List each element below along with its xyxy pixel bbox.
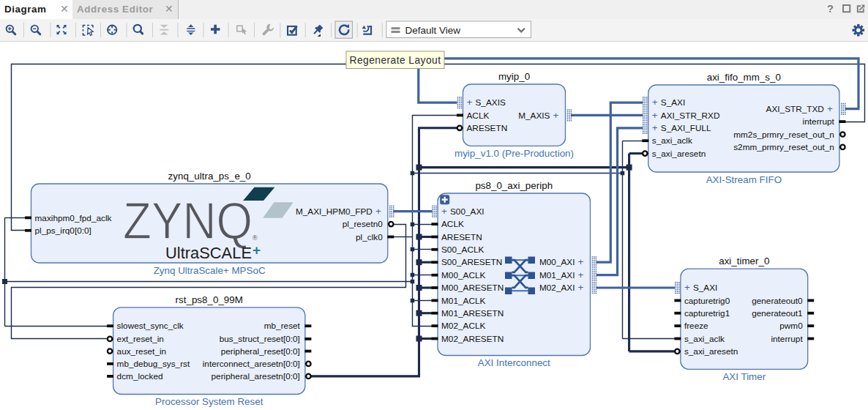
svg-text:s_axi_aresetn: s_axi_aresetn <box>684 346 738 357</box>
svg-text:interrupt: interrupt <box>771 334 803 344</box>
svg-text:M_AXI_HPM0_FPD: M_AXI_HPM0_FPD <box>296 206 373 217</box>
svg-text:M00_ACLK: M00_ACLK <box>441 270 485 280</box>
svg-text:AXI_STR_RXD: AXI_STR_RXD <box>661 111 720 121</box>
svg-text:peripheral_reset[0:0]: peripheral_reset[0:0] <box>221 346 300 357</box>
svg-text:s_axi_aclk: s_axi_aclk <box>652 135 692 146</box>
svg-text:S00_AXI: S00_AXI <box>450 206 484 217</box>
svg-text:M02_ARESETN: M02_ARESETN <box>441 334 504 344</box>
svg-text:+: + <box>375 206 381 217</box>
svg-text:+: + <box>467 97 473 108</box>
svg-text:+: + <box>652 122 658 133</box>
svg-text:S00_ARESETN: S00_ARESETN <box>441 257 502 267</box>
svg-text:+: + <box>827 103 833 114</box>
svg-text:generateout0: generateout0 <box>752 296 803 306</box>
svg-text:Processor System Reset: Processor System Reset <box>155 396 263 407</box>
svg-text:UltraSCALE: UltraSCALE <box>165 245 252 262</box>
svg-text:+: + <box>578 256 584 267</box>
svg-text:AXI_STR_TXD: AXI_STR_TXD <box>766 104 824 114</box>
svg-text:axi_fifo_mm_s_0: axi_fifo_mm_s_0 <box>707 72 781 83</box>
svg-text:AXI Timer: AXI Timer <box>722 371 766 382</box>
svg-text:+: + <box>252 242 261 258</box>
svg-text:freeze: freeze <box>684 321 708 331</box>
svg-text:pl_clk0: pl_clk0 <box>356 232 383 242</box>
svg-text:Zynq UltraScale+ MPSoC: Zynq UltraScale+ MPSoC <box>154 265 266 276</box>
svg-text:M01_AXI: M01_AXI <box>539 270 575 280</box>
svg-text:rst_ps8_0_99M: rst_ps8_0_99M <box>176 294 243 305</box>
svg-text:AXI-Stream FIFO: AXI-Stream FIFO <box>706 174 782 185</box>
svg-text:Default View: Default View <box>405 25 461 36</box>
svg-text:M01_ARESETN: M01_ARESETN <box>441 308 504 318</box>
svg-text:®: ® <box>252 234 258 242</box>
svg-text:ZYNQ: ZYNQ <box>123 193 252 250</box>
svg-text:pl_resetn0: pl_resetn0 <box>343 219 384 229</box>
svg-text:pwm0: pwm0 <box>779 321 803 331</box>
svg-text:slowest_sync_clk: slowest_sync_clk <box>117 321 184 331</box>
svg-text:+: + <box>684 282 690 293</box>
svg-text:dcm_locked: dcm_locked <box>117 371 163 381</box>
svg-text:interconnect_aresetn[0:0]: interconnect_aresetn[0:0] <box>203 359 300 369</box>
svg-text:M00_AXI: M00_AXI <box>539 257 575 267</box>
svg-text:M01_ACLK: M01_ACLK <box>441 296 485 306</box>
svg-text:myip_0: myip_0 <box>498 71 530 82</box>
svg-text:AXI Interconnect: AXI Interconnect <box>478 357 550 368</box>
svg-text:ps8_0_axi_periph: ps8_0_axi_periph <box>475 180 553 191</box>
svg-text:zynq_ultra_ps_e_0: zynq_ultra_ps_e_0 <box>168 171 251 182</box>
svg-text:interrupt: interrupt <box>803 116 835 127</box>
svg-text:s2mm_prmry_reset_out_n: s2mm_prmry_reset_out_n <box>733 142 834 152</box>
svg-text:pl_ps_irq0[0:0]: pl_ps_irq0[0:0] <box>35 225 91 236</box>
svg-text:generateout1: generateout1 <box>752 308 803 318</box>
svg-text:S00_ACLK: S00_ACLK <box>441 245 484 255</box>
svg-text:S_AXI_FULL: S_AXI_FULL <box>661 123 711 133</box>
svg-text:ACLK: ACLK <box>467 111 490 121</box>
svg-text:peripheral_aresetn[0:0]: peripheral_aresetn[0:0] <box>212 371 300 381</box>
svg-text:axi_timer_0: axi_timer_0 <box>719 256 769 266</box>
svg-text:ARESETN: ARESETN <box>467 123 508 133</box>
svg-text:+: + <box>441 206 447 217</box>
svg-text:S_AXI: S_AXI <box>661 97 685 108</box>
svg-text:M02_AXI: M02_AXI <box>539 283 575 293</box>
svg-text:ACLK: ACLK <box>441 219 464 229</box>
svg-text:M02_ACLK: M02_ACLK <box>441 321 485 331</box>
svg-text:M00_ARESETN: M00_ARESETN <box>441 283 504 293</box>
svg-text:mb_reset: mb_reset <box>264 321 301 331</box>
svg-text:myip_v1.0 (Pre-Production): myip_v1.0 (Pre-Production) <box>454 148 574 159</box>
svg-text:mb_debug_sys_rst: mb_debug_sys_rst <box>117 359 190 369</box>
svg-text:M_AXIS: M_AXIS <box>518 111 550 121</box>
svg-text:S_AXIS: S_AXIS <box>476 97 506 108</box>
svg-text:+: + <box>652 110 658 121</box>
svg-text:capturetrig0: capturetrig0 <box>684 296 730 306</box>
svg-text:aux_reset_in: aux_reset_in <box>117 346 167 357</box>
svg-text:s_axi_aresetn: s_axi_aresetn <box>652 149 706 159</box>
svg-text:bus_struct_reset[0:0]: bus_struct_reset[0:0] <box>220 334 300 344</box>
svg-text:ARESETN: ARESETN <box>441 232 482 242</box>
svg-text:S_AXI: S_AXI <box>693 283 717 293</box>
svg-text:+: + <box>578 269 584 280</box>
svg-text:+: + <box>652 97 658 108</box>
svg-text:+: + <box>578 282 584 293</box>
svg-text:mm2s_prmry_reset_out_n: mm2s_prmry_reset_out_n <box>733 130 834 140</box>
svg-text:maxihpm0_fpd_aclk: maxihpm0_fpd_aclk <box>35 213 112 223</box>
svg-text:+: + <box>553 110 559 121</box>
svg-text:s_axi_aclk: s_axi_aclk <box>684 334 725 344</box>
svg-text:ext_reset_in: ext_reset_in <box>117 334 164 344</box>
svg-text:capturetrig1: capturetrig1 <box>684 308 730 318</box>
svg-text:Regenerate Layout: Regenerate Layout <box>349 55 441 66</box>
